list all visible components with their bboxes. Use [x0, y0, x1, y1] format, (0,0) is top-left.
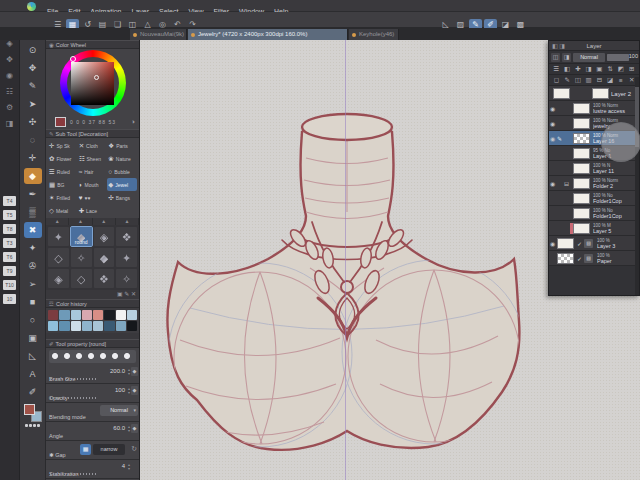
stabilization-value[interactable]: 4 — [122, 463, 125, 469]
layer-thumbnail[interactable] — [573, 178, 590, 189]
stabilization-slider[interactable] — [50, 473, 96, 475]
history-swatch[interactable] — [116, 310, 126, 320]
brush-thumb[interactable]: ✧ — [116, 269, 137, 288]
subtool-item[interactable]: ◇Metal — [48, 204, 78, 217]
subtool-item[interactable]: ○Bubble — [107, 165, 137, 178]
edge-icon[interactable]: ◉ — [4, 71, 16, 80]
subtool-item[interactable]: ❖Parts — [107, 139, 137, 152]
app-logo-icon[interactable] — [27, 2, 36, 11]
lasso-tool-icon[interactable]: ◌ — [24, 132, 42, 148]
opacity-value[interactable]: 100 — [115, 387, 125, 393]
current-color-swatch[interactable] — [55, 117, 66, 127]
wheel-mode-icon[interactable]: ◑ — [131, 118, 135, 125]
brush-thumb[interactable]: ◇ — [71, 269, 92, 288]
history-swatch[interactable] — [82, 321, 92, 331]
layer-thumbnail[interactable] — [573, 148, 590, 159]
history-swatch[interactable] — [116, 321, 126, 331]
ruler-tool-icon[interactable]: ◺ — [24, 348, 42, 364]
remove-icon[interactable]: ⊟ — [594, 76, 605, 84]
edge-icon[interactable]: ◨ — [4, 119, 16, 128]
history-swatch[interactable] — [48, 310, 58, 320]
eye-icon[interactable]: ◉ — [550, 120, 555, 127]
subtool-item-jewel-selected[interactable]: ◆Jewel — [107, 178, 137, 191]
brush-group-tab[interactable]: ▲ — [46, 218, 69, 225]
subtool-item[interactable]: ✚Lace — [78, 204, 108, 217]
sv-cursor-icon[interactable] — [94, 75, 99, 80]
brush-thumb[interactable]: ◈ — [94, 227, 115, 246]
layer-effect-icon[interactable]: ◫ — [551, 53, 560, 62]
angle-value[interactable]: 60.0 — [113, 425, 125, 431]
paper-icon[interactable]: ▥ — [583, 76, 594, 84]
subtool-item[interactable]: ✣Bangs — [107, 191, 137, 204]
brush-thumb[interactable]: ◇ — [48, 248, 69, 267]
subtool-item[interactable]: ❀Nature — [107, 152, 137, 165]
link-check-icon[interactable]: ✓ — [577, 240, 582, 247]
folder-icon[interactable]: ⊟ — [564, 180, 569, 187]
brush-size-slider[interactable] — [50, 378, 96, 380]
history-swatch[interactable] — [71, 310, 81, 320]
layer-lock-icon[interactable]: ◨ — [562, 53, 571, 62]
selection-pen-tool-icon[interactable]: ✐ — [24, 384, 42, 400]
color-history-header[interactable]: ☲Color history — [46, 299, 139, 308]
brush-grid-footer-icons[interactable]: ▣ ✎ ✕ — [46, 290, 139, 299]
history-swatch[interactable] — [127, 310, 137, 320]
subtool-item[interactable]: ♥♥♥ — [78, 191, 108, 204]
angle-dynamics-button[interactable]: ◆ — [131, 424, 138, 433]
new-folder-icon[interactable]: ◧ — [562, 65, 573, 73]
edit-icon[interactable]: ✎ — [562, 76, 573, 84]
layer-blend-dropdown[interactable]: Normal — [573, 53, 605, 62]
grid-icon[interactable]: ⊞ — [626, 65, 637, 73]
history-swatch[interactable] — [127, 321, 137, 331]
layer-thumbnail[interactable] — [573, 133, 590, 144]
history-swatch[interactable] — [93, 310, 103, 320]
tool-property-header[interactable]: ✐Tool property [round] — [46, 339, 139, 348]
foreground-background-swatch[interactable] — [24, 404, 42, 422]
history-swatch[interactable] — [82, 310, 92, 320]
dup-icon[interactable]: ◫ — [573, 76, 584, 84]
subtool-item[interactable]: ✕Cloth — [78, 139, 108, 152]
subtool-item[interactable]: ≈Hair — [78, 165, 108, 178]
gap-mode-button-selected[interactable]: ▦ — [80, 444, 91, 455]
brush-size-value[interactable]: 200.0 — [110, 368, 125, 374]
layer-thumbnail-tagged[interactable] — [573, 223, 590, 234]
subtool-item[interactable]: ✿Flower — [48, 152, 78, 165]
edge-icon[interactable]: ◈ — [4, 39, 16, 48]
move-tool-icon[interactable]: ✛ — [24, 150, 42, 166]
blend-mode-dropdown[interactable]: Normal — [100, 405, 138, 416]
list-icon[interactable]: ≡ — [616, 77, 627, 84]
color-wheel[interactable] — [46, 49, 139, 117]
layer-row-folder[interactable]: ◉ ⊟ 100 % NormFolder 2 — [549, 176, 639, 191]
edge-thumb[interactable]: T4 — [3, 196, 16, 206]
layer-thumbnail[interactable] — [553, 88, 570, 99]
brush-thumb-round-selected[interactable]: ◆round — [71, 227, 92, 246]
edge-thumb[interactable]: T5 — [3, 210, 16, 220]
doc-tab-2-active[interactable]: Jewelry* (4720 x 2400px 300dpi 160.0%) — [188, 29, 348, 40]
merge-icon[interactable]: ◩ — [616, 65, 627, 73]
frame-icon[interactable]: ▣ — [594, 65, 605, 73]
layer-row[interactable]: 100 % NLayer 11 — [549, 161, 639, 176]
layer-row[interactable]: 100 % MLayer 5 — [549, 221, 639, 236]
history-swatch[interactable] — [48, 321, 58, 331]
brush-thumb[interactable]: ✧ — [71, 248, 92, 267]
layer-thumbnail[interactable] — [557, 253, 574, 264]
layer-thumbnail[interactable] — [573, 118, 590, 129]
pen2-tool-icon[interactable]: ✒ — [24, 186, 42, 202]
subtool-item[interactable]: ◗Mouth — [78, 178, 108, 191]
layer-row[interactable]: ◉ 100 % Normlustre access — [549, 101, 639, 116]
layer-row[interactable]: 100 % NoFolder1Cop — [549, 191, 639, 206]
airbrush-tool-icon[interactable]: ▒ — [24, 204, 42, 220]
subtool-item[interactable]: ☷Sheen — [78, 152, 108, 165]
layers-scrollbar[interactable] — [635, 77, 639, 295]
layer-thumbnail[interactable] — [557, 238, 574, 249]
brush-group-tab[interactable]: ▲ — [69, 218, 92, 225]
history-swatch[interactable] — [104, 310, 114, 320]
brush-thumb[interactable]: ✦ — [48, 227, 69, 246]
mask-badge-icon[interactable]: ▨ — [584, 254, 593, 263]
layer-row-paper[interactable]: ✓ ▨ 100 %Paper — [549, 251, 639, 266]
spinner-icon[interactable]: ▴▾ — [128, 368, 130, 376]
hue-cursor-icon[interactable] — [70, 56, 76, 62]
doc-tab-3[interactable]: Keyhole(y46) — [349, 29, 399, 40]
brush-thumb[interactable]: ◈ — [48, 269, 69, 288]
pen-tool-icon[interactable]: ✎ — [24, 78, 42, 94]
arrow-tool-icon[interactable]: ➢ — [24, 276, 42, 292]
